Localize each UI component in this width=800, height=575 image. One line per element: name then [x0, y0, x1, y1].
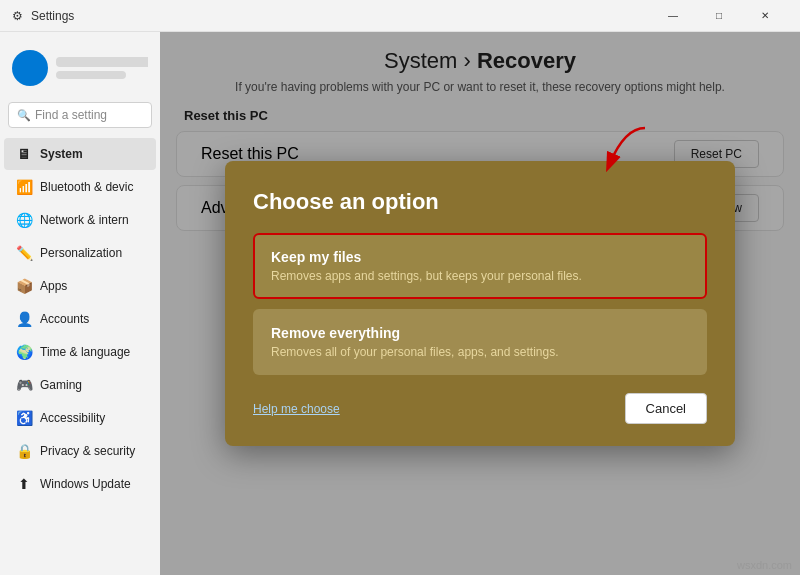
sidebar-item-update[interactable]: ⬆ Windows Update: [4, 468, 156, 500]
dialog-title: Choose an option: [253, 189, 707, 215]
system-icon: 🖥: [16, 146, 32, 162]
search-icon: 🔍: [17, 109, 31, 122]
accounts-icon: 👤: [16, 311, 32, 327]
profile-text: [56, 57, 148, 79]
choose-option-dialog: Choose an option Keep my files Removes a…: [225, 161, 735, 446]
remove-everything-title: Remove everything: [271, 325, 689, 341]
sidebar-item-personalization[interactable]: ✏️ Personalization: [4, 237, 156, 269]
titlebar-controls: — □ ✕: [650, 0, 788, 32]
sidebar-item-time[interactable]: 🌍 Time & language: [4, 336, 156, 368]
sidebar-item-accounts[interactable]: 👤 Accounts: [4, 303, 156, 335]
sidebar-item-label-update: Windows Update: [40, 477, 131, 491]
sidebar-item-label-time: Time & language: [40, 345, 130, 359]
time-icon: 🌍: [16, 344, 32, 360]
modal-overlay: Choose an option Keep my files Removes a…: [160, 32, 800, 575]
arrow-annotation: [595, 123, 655, 177]
apps-icon: 📦: [16, 278, 32, 294]
sidebar-item-label-bluetooth: Bluetooth & devic: [40, 180, 133, 194]
update-icon: ⬆: [16, 476, 32, 492]
accessibility-icon: ♿: [16, 410, 32, 426]
settings-icon: ⚙: [12, 9, 23, 23]
sidebar-item-gaming[interactable]: 🎮 Gaming: [4, 369, 156, 401]
keep-files-option[interactable]: Keep my files Removes apps and settings,…: [253, 233, 707, 299]
sidebar-item-apps[interactable]: 📦 Apps: [4, 270, 156, 302]
cancel-button[interactable]: Cancel: [625, 393, 707, 424]
sidebar: 🔍 Find a setting 🖥 System 📶 Bluetooth & …: [0, 32, 160, 575]
sidebar-item-label-system: System: [40, 147, 83, 161]
titlebar: ⚙ Settings — □ ✕: [0, 0, 800, 32]
main-content: System › Recovery If you're having probl…: [160, 32, 800, 575]
sidebar-item-label-apps: Apps: [40, 279, 67, 293]
bluetooth-icon: 📶: [16, 179, 32, 195]
profile-sub: [56, 71, 126, 79]
network-icon: 🌐: [16, 212, 32, 228]
privacy-icon: 🔒: [16, 443, 32, 459]
sidebar-item-label-accessibility: Accessibility: [40, 411, 105, 425]
sidebar-item-privacy[interactable]: 🔒 Privacy & security: [4, 435, 156, 467]
minimize-button[interactable]: —: [650, 0, 696, 32]
dialog-footer: Help me choose Cancel: [253, 393, 707, 424]
close-button[interactable]: ✕: [742, 0, 788, 32]
sidebar-item-system[interactable]: 🖥 System: [4, 138, 156, 170]
avatar: [12, 50, 48, 86]
search-box[interactable]: 🔍 Find a setting: [8, 102, 152, 128]
remove-everything-desc: Removes all of your personal files, apps…: [271, 345, 689, 359]
sidebar-item-label-privacy: Privacy & security: [40, 444, 135, 458]
sidebar-item-label-network: Network & intern: [40, 213, 129, 227]
search-placeholder: Find a setting: [35, 108, 107, 122]
maximize-button[interactable]: □: [696, 0, 742, 32]
sidebar-item-network[interactable]: 🌐 Network & intern: [4, 204, 156, 236]
titlebar-title: Settings: [31, 9, 74, 23]
sidebar-item-label-gaming: Gaming: [40, 378, 82, 392]
sidebar-item-label-personalization: Personalization: [40, 246, 122, 260]
sidebar-item-accessibility[interactable]: ♿ Accessibility: [4, 402, 156, 434]
watermark: wsxdn.com: [737, 559, 792, 571]
app-container: 🔍 Find a setting 🖥 System 📶 Bluetooth & …: [0, 32, 800, 575]
sidebar-item-label-accounts: Accounts: [40, 312, 89, 326]
profile-section: [0, 42, 160, 98]
titlebar-left: ⚙ Settings: [12, 9, 74, 23]
sidebar-item-bluetooth[interactable]: 📶 Bluetooth & devic: [4, 171, 156, 203]
gaming-icon: 🎮: [16, 377, 32, 393]
remove-everything-option[interactable]: Remove everything Removes all of your pe…: [253, 309, 707, 375]
keep-files-desc: Removes apps and settings, but keeps you…: [271, 269, 689, 283]
keep-files-title: Keep my files: [271, 249, 689, 265]
help-me-choose-link[interactable]: Help me choose: [253, 402, 340, 416]
personalization-icon: ✏️: [16, 245, 32, 261]
profile-name: [56, 57, 148, 67]
